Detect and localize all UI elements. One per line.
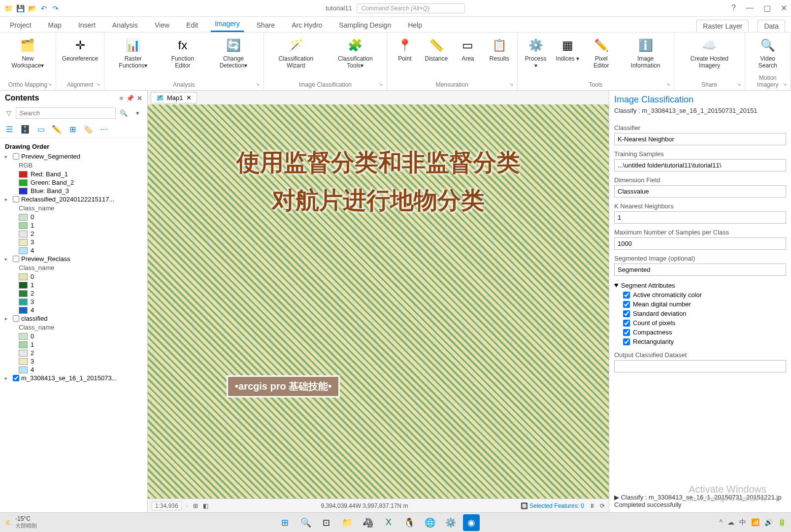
taskbar-excel-icon[interactable]: X xyxy=(380,514,397,531)
project-icon[interactable]: 📁 xyxy=(4,4,13,13)
ribbon-btn-area[interactable]: ▭Area xyxy=(453,34,483,64)
pane-menu-icon[interactable]: ≡ xyxy=(119,95,123,102)
ribbon-btn-video[interactable]: 🔍Video Search xyxy=(748,34,788,71)
caret-icon[interactable]: ▸ xyxy=(5,197,11,202)
redo-icon[interactable]: ↷ xyxy=(51,4,60,13)
context-tab-data[interactable]: Data xyxy=(758,20,785,32)
map-canvas[interactable]: 使用监督分类和非监督分类 对航片进行地物分类 •arcgis pro 基础技能• xyxy=(148,104,609,499)
list-by-selection-icon[interactable]: ▭ xyxy=(35,124,46,134)
layer-row[interactable]: ▸Preview_Reclass xyxy=(5,255,142,263)
ribbon-btn-new[interactable]: 🗂️New Workspace▾ xyxy=(3,34,53,71)
layer-checkbox[interactable] xyxy=(13,375,19,381)
tray-ime-icon[interactable]: 中 xyxy=(739,518,746,527)
undo-icon[interactable]: ↶ xyxy=(39,4,48,13)
tab-imagery[interactable]: Imagery xyxy=(211,17,244,32)
tab-arc-hydro[interactable]: Arc Hydro xyxy=(288,18,326,32)
layer-checkbox[interactable] xyxy=(13,196,19,202)
open-icon[interactable]: 📂 xyxy=(28,4,36,13)
ribbon-btn-classification[interactable]: 🧩Classification Tools▾ xyxy=(327,34,384,71)
close-tab-icon[interactable]: ✕ xyxy=(186,94,192,101)
layer-row[interactable]: ▸classified xyxy=(5,314,142,323)
segattr-checkbox[interactable] xyxy=(623,338,630,345)
taskbar-edge-icon[interactable]: 🌐 xyxy=(422,514,438,531)
close-button[interactable]: ✕ xyxy=(781,3,787,13)
ribbon-btn-create-hosted[interactable]: ☁️Create Hosted Imagery xyxy=(677,34,742,71)
command-search[interactable]: Command Search (Alt+Q) xyxy=(357,3,465,13)
segmented-image-input[interactable] xyxy=(614,264,786,276)
taskbar-weather[interactable]: 🌤️ -15°C 大部晴朗 xyxy=(5,515,37,530)
taskbar-explorer-icon[interactable]: 📁 xyxy=(339,514,356,531)
layer-row[interactable]: ▸Preview_Segmented xyxy=(5,152,142,161)
save-icon[interactable]: 💾 xyxy=(16,4,25,13)
caret-icon[interactable]: ▸ xyxy=(5,316,11,321)
tab-share[interactable]: Share xyxy=(253,18,279,32)
status-snap-icon[interactable]: ◧ xyxy=(203,502,208,509)
context-tab-raster-layer[interactable]: Raster Layer xyxy=(696,20,749,32)
search-icon[interactable]: 🔍 xyxy=(118,109,130,117)
list-by-snapping-icon[interactable]: ⊞ xyxy=(67,124,78,134)
ribbon-btn-function[interactable]: fxFunction Editor xyxy=(161,34,204,71)
tab-sampling-design[interactable]: Sampling Design xyxy=(335,18,395,32)
training-samples-input[interactable] xyxy=(614,159,786,171)
taskbar-search-icon[interactable]: 🔍 xyxy=(297,514,314,531)
maximize-button[interactable]: ▢ xyxy=(763,3,771,13)
output-dataset-input[interactable] xyxy=(614,360,786,372)
layer-checkbox[interactable] xyxy=(13,256,19,262)
layer-row[interactable]: ▸m_3308413_se_16_1_2015073... xyxy=(5,374,142,382)
tray-cloud-icon[interactable]: ☁ xyxy=(727,518,734,527)
list-by-source-icon[interactable]: 🗄️ xyxy=(20,124,31,134)
tab-view[interactable]: View xyxy=(151,18,173,32)
taskbar-taskview-icon[interactable]: ⊡ xyxy=(318,514,335,531)
ribbon-btn-raster[interactable]: 📊Raster Functions▾ xyxy=(107,34,159,71)
status-refresh-icon[interactable]: ⟳ xyxy=(600,502,605,509)
ribbon-btn-process[interactable]: ⚙️Process ▾ xyxy=(521,34,551,71)
tab-insert[interactable]: Insert xyxy=(74,18,99,32)
classvalue-input[interactable] xyxy=(614,185,786,198)
segattr-checkbox[interactable] xyxy=(623,292,630,299)
ribbon-btn-distance[interactable]: 📏Distance xyxy=(422,34,451,64)
help-icon[interactable]: ? xyxy=(731,3,736,13)
tab-analysis[interactable]: Analysis xyxy=(108,18,142,32)
segattr-checkbox[interactable] xyxy=(623,301,630,308)
pane-pin-icon[interactable]: 📌 xyxy=(126,95,134,102)
tray-battery-icon[interactable]: 🔋 xyxy=(778,518,786,527)
segment-attributes-header[interactable]: Segment Attributes xyxy=(614,281,786,290)
status-pause-icon[interactable]: ⏸ xyxy=(589,502,595,509)
status-grid-icon[interactable]: ⊞ xyxy=(193,502,198,509)
tray-volume-icon[interactable]: 🔊 xyxy=(764,518,773,527)
classifier-input[interactable] xyxy=(614,133,786,145)
caret-icon[interactable]: ▸ xyxy=(5,256,11,262)
search-options-icon[interactable]: ▾ xyxy=(132,109,143,117)
layer-checkbox[interactable] xyxy=(13,315,19,322)
ribbon-btn-classification[interactable]: 🪄Classification Wizard xyxy=(267,34,325,71)
layer-checkbox[interactable] xyxy=(13,153,19,160)
list-by-drawing-icon[interactable]: ☰ xyxy=(4,124,15,134)
tray-wifi-icon[interactable]: 📶 xyxy=(751,518,759,527)
tab-edit[interactable]: Edit xyxy=(182,18,202,32)
contents-search-input[interactable] xyxy=(16,107,116,119)
ribbon-btn-point[interactable]: 📍Point xyxy=(390,34,420,64)
taskbar-settings-icon[interactable]: ⚙️ xyxy=(442,514,459,531)
ribbon-btn-change[interactable]: 🔄Change Detection▾ xyxy=(206,34,260,71)
caret-icon[interactable]: ▸ xyxy=(5,154,11,159)
ribbon-btn-pixel[interactable]: ✏️Pixel Editor xyxy=(584,34,618,71)
status-tool-icon[interactable]: · xyxy=(187,502,188,509)
toc-more-icon[interactable]: ⋯ xyxy=(99,124,109,134)
pane-close-icon[interactable]: ✕ xyxy=(137,95,142,102)
caret-icon[interactable]: ▸ xyxy=(5,375,11,381)
ribbon-btn-georeference[interactable]: ✛Georeference xyxy=(59,34,101,64)
list-by-labeling-icon[interactable]: 🏷️ xyxy=(83,124,94,134)
list-by-editing-icon[interactable]: ✏️ xyxy=(51,124,62,134)
taskbar-app-icon[interactable]: 🦓 xyxy=(360,514,376,531)
taskbar-arcgis-icon[interactable]: ◉ xyxy=(463,514,480,531)
ribbon-btn-image[interactable]: ℹ️Image Information xyxy=(620,34,671,71)
layer-row[interactable]: ▸Reclassified_20240122215117... xyxy=(5,195,142,203)
knn-input[interactable] xyxy=(614,211,786,224)
tab-help[interactable]: Help xyxy=(404,18,426,32)
ribbon-btn-results[interactable]: 📋Results xyxy=(485,34,514,64)
tab-project[interactable]: Project xyxy=(6,18,35,32)
map-scale[interactable]: 1:34,936 xyxy=(152,501,182,510)
filter-icon[interactable]: ▽ xyxy=(4,109,14,117)
selected-features[interactable]: 🔲 Selected Features: 0 xyxy=(521,502,584,509)
tray-chevron-icon[interactable]: ^ xyxy=(719,518,723,527)
